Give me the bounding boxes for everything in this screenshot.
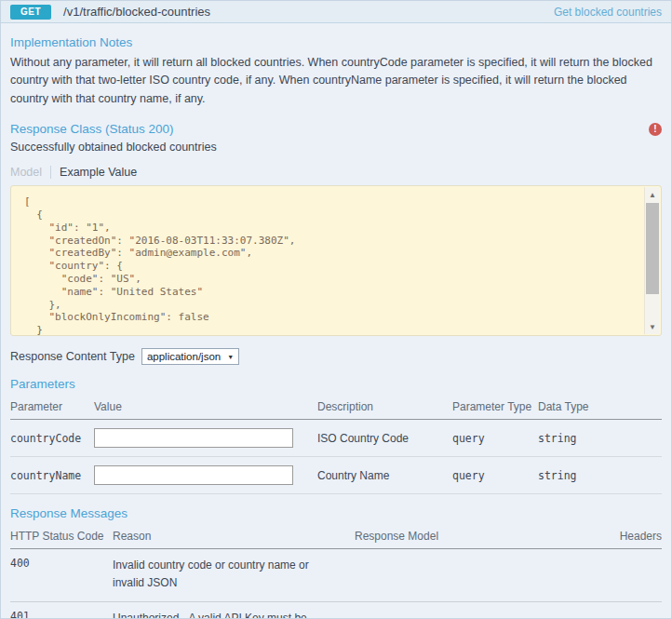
- operation-body: Implementation Notes Without any paramet…: [1, 35, 671, 619]
- response-class-description: Successfully obtained blocked countries: [10, 141, 662, 154]
- param-description: ISO Country Code: [317, 432, 452, 445]
- response-message-row-400: 400 Invalid country code or country name…: [10, 549, 662, 602]
- response-class-title: Response Class (Status 200): [10, 122, 174, 136]
- param-description: Country Name: [317, 469, 452, 482]
- param-data-type: string: [538, 432, 662, 445]
- parameters-table-header: Parameter Value Description Parameter Ty…: [10, 396, 662, 420]
- operation-summary-link[interactable]: Get blocked countries: [554, 6, 662, 19]
- example-json-snippet: [ { "id": "1", "createdOn": "2016-08-03T…: [11, 186, 661, 336]
- response-messages-title: Response Messages: [10, 506, 662, 520]
- status-reason: Invalid country code or country name or …: [113, 557, 355, 591]
- response-model-cell: [355, 610, 597, 619]
- col-reason: Reason: [113, 530, 355, 543]
- parameter-row-countryName: countryName Country Name query string: [10, 457, 662, 494]
- response-messages-table: HTTP Status Code Reason Response Model H…: [10, 525, 662, 619]
- endpoint-path[interactable]: /v1/traffic/blocked-countries: [63, 5, 554, 19]
- status-reason: Unauthorized - A valid API Key must be p…: [113, 610, 355, 619]
- tab-example-value[interactable]: Example Value: [60, 166, 137, 179]
- response-content-type-row: Response Content Type application/json ▼: [10, 348, 662, 365]
- content-type-select[interactable]: application/json ▼: [141, 348, 239, 365]
- status-code: 401: [10, 610, 113, 619]
- parameters-table: Parameter Value Description Parameter Ty…: [10, 396, 662, 494]
- countryName-input[interactable]: [94, 465, 293, 485]
- col-value: Value: [94, 400, 317, 413]
- response-model-cell: [355, 557, 597, 591]
- api-operation-panel: GET /v1/traffic/blocked-countries Get bl…: [0, 0, 672, 619]
- response-message-row-401: 401 Unauthorized - A valid API Key must …: [10, 602, 662, 619]
- param-data-type: string: [538, 469, 662, 482]
- response-content-type-label: Response Content Type: [10, 350, 135, 363]
- code-scrollbar[interactable]: ▲ ▼: [644, 187, 660, 334]
- status-code: 400: [10, 557, 113, 591]
- operation-header[interactable]: GET /v1/traffic/blocked-countries Get bl…: [1, 1, 671, 23]
- scroll-up-arrow-icon[interactable]: ▲: [645, 187, 660, 202]
- response-class-header: Response Class (Status 200) !: [10, 122, 662, 136]
- countryCode-input[interactable]: [94, 428, 293, 448]
- scroll-down-arrow-icon[interactable]: ▼: [645, 319, 660, 334]
- content-type-selected-value: application/json: [147, 351, 221, 362]
- tab-model[interactable]: Model: [10, 166, 42, 179]
- param-type: query: [452, 469, 538, 482]
- parameter-row-countryCode: countryCode ISO Country Code query strin…: [10, 420, 662, 457]
- col-parameter-type: Parameter Type: [452, 400, 538, 413]
- param-name: countryName: [10, 469, 94, 482]
- param-name: countryCode: [10, 432, 94, 445]
- model-example-tabs: Model Example Value: [10, 166, 662, 179]
- parameters-title: Parameters: [10, 377, 662, 391]
- tab-divider: [50, 166, 51, 179]
- implementation-notes-text: Without any parameter, it will return al…: [10, 54, 662, 108]
- col-data-type: Data Type: [538, 400, 662, 413]
- implementation-notes-title: Implementation Notes: [10, 35, 662, 49]
- col-headers: Headers: [597, 530, 662, 543]
- col-description: Description: [317, 400, 452, 413]
- col-parameter: Parameter: [10, 400, 94, 413]
- param-type: query: [452, 432, 538, 445]
- dropdown-arrow-icon: ▼: [227, 354, 234, 360]
- error-exclamation-icon[interactable]: !: [649, 123, 662, 136]
- headers-cell: [597, 557, 662, 591]
- example-value-box: [ { "id": "1", "createdOn": "2016-08-03T…: [10, 185, 662, 336]
- http-method-badge[interactable]: GET: [10, 5, 51, 20]
- headers-cell: [597, 610, 662, 619]
- col-response-model: Response Model: [355, 530, 597, 543]
- col-http-status-code: HTTP Status Code: [10, 530, 113, 543]
- scrollbar-thumb[interactable]: [646, 203, 659, 294]
- response-messages-header: HTTP Status Code Reason Response Model H…: [10, 525, 662, 549]
